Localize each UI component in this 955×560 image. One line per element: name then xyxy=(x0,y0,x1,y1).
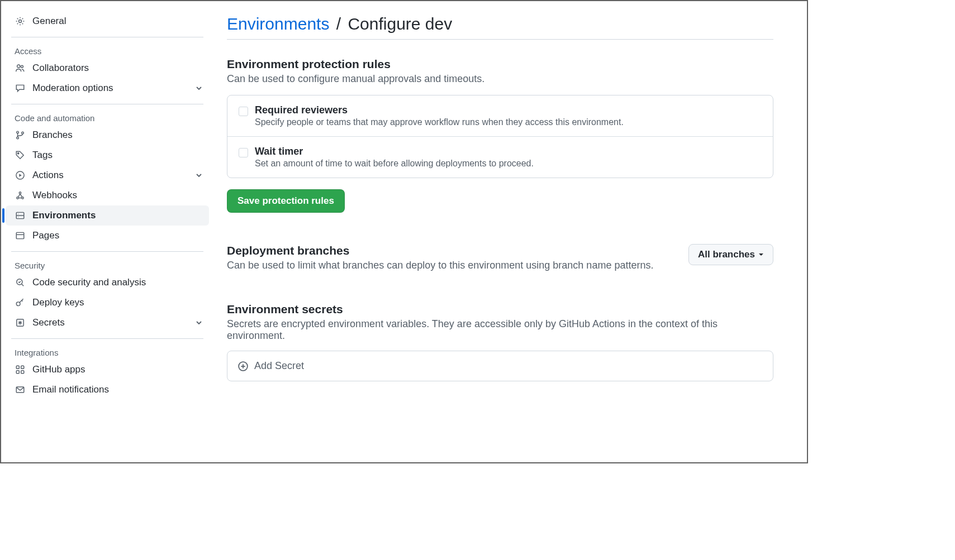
sidebar-item-webhooks[interactable]: Webhooks xyxy=(6,185,209,205)
svg-rect-19 xyxy=(21,371,24,374)
sidebar-item-codesec[interactable]: Code security and analysis xyxy=(6,272,209,293)
svg-rect-16 xyxy=(16,366,19,368)
sidebar-label: Collaborators xyxy=(32,63,89,74)
svg-point-14 xyxy=(16,302,20,306)
all-branches-dropdown[interactable]: All branches xyxy=(688,244,773,265)
webhook-icon xyxy=(15,190,26,201)
save-protection-rules-button[interactable]: Save protection rules xyxy=(227,189,345,213)
rule-title: Required reviewers xyxy=(255,104,624,116)
sidebar-section-security: Security xyxy=(6,255,209,272)
sidebar-label: Pages xyxy=(32,230,59,241)
mail-icon xyxy=(15,384,26,395)
chevron-down-icon xyxy=(194,318,203,327)
deployment-title: Deployment branches xyxy=(227,244,653,257)
add-secret-button[interactable]: Add Secret xyxy=(227,351,773,381)
protection-desc: Can be used to configure manual approval… xyxy=(227,73,773,85)
sidebar-label: Actions xyxy=(32,170,64,181)
sidebar-item-pages[interactable]: Pages xyxy=(6,226,209,246)
sidebar-label: General xyxy=(32,16,66,27)
dropdown-label: All branches xyxy=(698,249,755,260)
gear-icon xyxy=(15,16,26,27)
sidebar-label: GitHub apps xyxy=(32,364,85,375)
sidebar-label: Deploy keys xyxy=(32,297,84,308)
key-icon xyxy=(15,297,26,308)
sidebar-label: Webhooks xyxy=(32,190,77,201)
sidebar-label: Moderation options xyxy=(32,83,113,94)
server-icon xyxy=(15,210,26,221)
deployment-branches-section: Deployment branches Can be used to limit… xyxy=(227,244,773,271)
sidebar-section-integrations: Integrations xyxy=(6,342,209,360)
rule-title: Wait timer xyxy=(255,146,534,157)
people-icon xyxy=(15,63,26,74)
sidebar-item-collaborators[interactable]: Collaborators xyxy=(6,58,209,78)
svg-rect-12 xyxy=(16,232,24,238)
svg-point-2 xyxy=(21,65,23,68)
play-icon xyxy=(15,170,26,181)
breadcrumb-environments-link[interactable]: Environments xyxy=(227,15,329,33)
sidebar-label: Code security and analysis xyxy=(32,277,146,288)
rule-wait-timer: Wait timer Set an amount of time to wait… xyxy=(227,136,773,178)
sidebar-item-actions[interactable]: Actions xyxy=(6,165,209,185)
settings-sidebar: General Access Collaborators Moderation … xyxy=(1,1,213,462)
svg-point-10 xyxy=(19,192,21,194)
rule-required-reviewers: Required reviewers Specify people or tea… xyxy=(227,95,773,136)
plus-circle-icon xyxy=(237,361,249,372)
chevron-down-icon xyxy=(194,171,203,180)
breadcrumb: Environments / Configure dev xyxy=(227,15,773,40)
sidebar-item-environments[interactable]: Environments xyxy=(6,205,209,226)
main-content: Environments / Configure dev Environment… xyxy=(213,1,807,462)
sidebar-label: Branches xyxy=(32,130,73,141)
sidebar-item-secrets[interactable]: Secrets xyxy=(6,313,209,333)
add-secret-label: Add Secret xyxy=(254,360,304,372)
divider xyxy=(11,251,203,252)
sidebar-label: Environments xyxy=(32,210,96,221)
sidebar-label: Email notifications xyxy=(32,384,109,395)
svg-rect-18 xyxy=(16,371,19,374)
sidebar-item-moderation[interactable]: Moderation options xyxy=(6,78,209,98)
divider xyxy=(11,338,203,339)
sidebar-item-emailnotif[interactable]: Email notifications xyxy=(6,380,209,400)
caret-down-icon xyxy=(758,252,764,257)
sidebar-item-tags[interactable]: Tags xyxy=(6,145,209,165)
sidebar-item-githubapps[interactable]: GitHub apps xyxy=(6,360,209,380)
rule-desc: Specify people or teams that may approve… xyxy=(255,117,624,127)
svg-rect-17 xyxy=(21,366,24,368)
chevron-down-icon xyxy=(194,84,203,93)
svg-point-6 xyxy=(18,153,19,154)
divider xyxy=(11,104,203,104)
breadcrumb-current: Configure dev xyxy=(348,15,452,33)
browser-icon xyxy=(15,230,26,241)
svg-point-3 xyxy=(17,131,19,133)
required-reviewers-checkbox[interactable] xyxy=(239,107,248,116)
branch-icon xyxy=(15,130,26,141)
rule-box: Required reviewers Specify people or tea… xyxy=(227,95,773,178)
protection-title: Environment protection rules xyxy=(227,58,773,71)
svg-point-4 xyxy=(17,137,19,139)
secrets-desc: Secrets are encrypted environment variab… xyxy=(227,318,773,342)
comment-icon xyxy=(15,83,26,94)
sidebar-label: Secrets xyxy=(32,317,65,328)
sidebar-item-deploykeys[interactable]: Deploy keys xyxy=(6,293,209,313)
svg-point-13 xyxy=(17,279,22,285)
svg-point-1 xyxy=(17,65,20,68)
tag-icon xyxy=(15,150,26,161)
apps-icon xyxy=(15,364,26,375)
sidebar-label: Tags xyxy=(32,150,53,161)
sidebar-item-branches[interactable]: Branches xyxy=(6,125,209,145)
sidebar-section-code: Code and automation xyxy=(6,108,209,125)
breadcrumb-separator: / xyxy=(334,15,343,33)
wait-timer-checkbox[interactable] xyxy=(239,148,248,157)
asterisk-icon xyxy=(15,317,26,328)
rule-desc: Set an amount of time to wait before all… xyxy=(255,159,534,169)
sidebar-section-access: Access xyxy=(6,41,209,58)
protection-rules-section: Environment protection rules Can be used… xyxy=(227,58,773,213)
svg-point-0 xyxy=(19,20,22,23)
divider xyxy=(11,37,203,37)
secrets-title: Environment secrets xyxy=(227,303,773,316)
deployment-desc: Can be used to limit what branches can d… xyxy=(227,260,653,271)
sidebar-item-general[interactable]: General xyxy=(6,11,209,31)
environment-secrets-section: Environment secrets Secrets are encrypte… xyxy=(227,303,773,381)
svg-point-5 xyxy=(22,132,24,134)
codescan-icon xyxy=(15,277,26,288)
